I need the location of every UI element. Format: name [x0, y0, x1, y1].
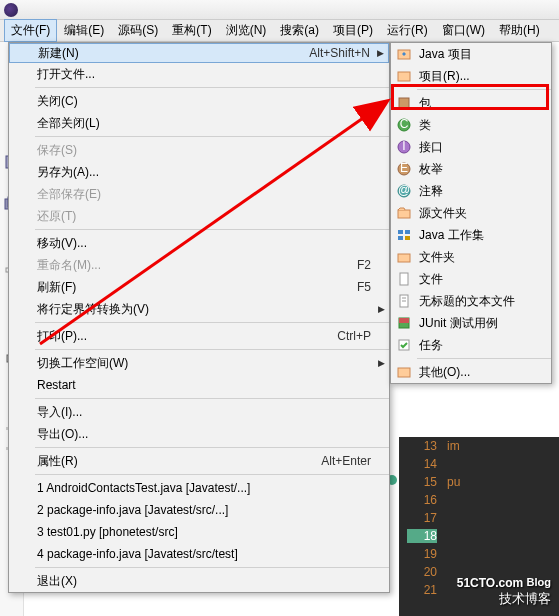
menu-item-switch-workspace[interactable]: 切换工作空间(W)▶ — [9, 352, 389, 374]
submenu-label: 枚举 — [417, 161, 551, 178]
svg-text:I: I — [402, 139, 405, 153]
package-icon — [396, 95, 412, 111]
menu-item-close[interactable]: 关闭(C) — [9, 90, 389, 112]
line-number: 18 — [407, 529, 437, 543]
menu-item-recent-1[interactable]: 1 AndroidContactsTest.java [Javatest/...… — [9, 477, 389, 499]
junit-icon — [396, 315, 412, 331]
submenu-item-other[interactable]: 其他(O)... — [391, 361, 551, 383]
menu-separator — [35, 474, 389, 475]
menu-separator — [35, 136, 389, 137]
submenu-item-enum[interactable]: E 枚举 — [391, 158, 551, 180]
svg-text:C: C — [400, 117, 409, 131]
menu-label: 保存(S) — [35, 142, 389, 159]
working-set-icon — [396, 227, 412, 243]
menu-run[interactable]: 运行(R) — [380, 19, 435, 42]
menu-item-open-file[interactable]: 打开文件... — [9, 63, 389, 85]
enum-icon: E — [396, 161, 412, 177]
menu-item-properties[interactable]: 属性(R)Alt+Enter — [9, 450, 389, 472]
menu-item-recent-4[interactable]: 4 package-info.java [Javatest/src/test] — [9, 543, 389, 565]
menu-item-close-all[interactable]: 全部关闭(L) — [9, 112, 389, 134]
menu-label: 1 AndroidContactsTest.java [Javatest/...… — [35, 481, 389, 495]
menu-label: 另存为(A)... — [35, 164, 389, 181]
svg-rect-24 — [405, 236, 410, 240]
menu-item-rename[interactable]: 重命名(M)...F2 — [9, 254, 389, 276]
menu-label: 打开文件... — [35, 66, 389, 83]
menu-label: 重命名(M)... — [35, 257, 357, 274]
menu-edit[interactable]: 编辑(E) — [57, 19, 111, 42]
menu-label: 4 package-info.java [Javatest/src/test] — [35, 547, 389, 561]
menu-separator — [35, 87, 389, 88]
menu-separator — [35, 567, 389, 568]
svg-rect-20 — [398, 210, 410, 218]
submenu-label: 项目(R)... — [417, 68, 551, 85]
menu-item-save[interactable]: 保存(S) — [9, 139, 389, 161]
menu-item-new[interactable]: 新建(N) Alt+Shift+N ▶ — [9, 43, 389, 63]
menu-file[interactable]: 文件(F) — [4, 19, 57, 42]
watermark-blog: Blog — [527, 576, 551, 588]
menu-window[interactable]: 窗口(W) — [435, 19, 492, 42]
java-project-icon — [396, 46, 412, 62]
submenu-item-working-set[interactable]: Java 工作集 — [391, 224, 551, 246]
submenu-item-java-project[interactable]: Java 项目 — [391, 43, 551, 65]
submenu-item-task[interactable]: 任务 — [391, 334, 551, 356]
submenu-item-annotation[interactable]: @ 注释 — [391, 180, 551, 202]
menu-label: Restart — [35, 378, 389, 392]
menu-navigate[interactable]: 浏览(N) — [219, 19, 274, 42]
menu-item-recent-2[interactable]: 2 package-info.java [Javatest/src/...] — [9, 499, 389, 521]
submenu-label: 类 — [417, 117, 551, 134]
submenu-item-junit[interactable]: JUnit 测试用例 — [391, 312, 551, 334]
menu-label: 导出(O)... — [35, 426, 389, 443]
menu-item-save-as[interactable]: 另存为(A)... — [9, 161, 389, 183]
svg-rect-22 — [405, 230, 410, 234]
text-file-icon — [396, 293, 412, 309]
submenu-item-class[interactable]: C 类 — [391, 114, 551, 136]
svg-rect-23 — [398, 236, 403, 240]
menu-item-revert[interactable]: 还原(T) — [9, 205, 389, 227]
menu-item-save-all[interactable]: 全部保存(E) — [9, 183, 389, 205]
svg-rect-25 — [398, 254, 410, 262]
menu-item-recent-3[interactable]: 3 test01.py [phonetest/src] — [9, 521, 389, 543]
line-number: 13 — [407, 439, 437, 453]
submenu-item-untitled-text[interactable]: 无标题的文本文件 — [391, 290, 551, 312]
submenu-item-source-folder[interactable]: 源文件夹 — [391, 202, 551, 224]
new-submenu: Java 项目 项目(R)... 包 C 类 I 接口 E 枚举 @ 注释 — [390, 42, 552, 384]
menu-label: 退出(X) — [35, 573, 389, 590]
menu-item-convert-delimiters[interactable]: 将行定界符转换为(V)▶ — [9, 298, 389, 320]
submenu-item-project[interactable]: 项目(R)... — [391, 65, 551, 87]
menu-shortcut: Alt+Enter — [321, 454, 389, 468]
menu-project[interactable]: 项目(P) — [326, 19, 380, 42]
submenu-item-package[interactable]: 包 — [391, 92, 551, 114]
menu-item-import[interactable]: 导入(I)... — [9, 401, 389, 423]
submenu-label: 注释 — [417, 183, 551, 200]
menu-item-exit[interactable]: 退出(X) — [9, 570, 389, 592]
submenu-label: Java 项目 — [417, 46, 551, 63]
menu-item-move[interactable]: 移动(V)... — [9, 232, 389, 254]
file-icon — [396, 271, 412, 287]
submenu-item-interface[interactable]: I 接口 — [391, 136, 551, 158]
menu-source[interactable]: 源码(S) — [111, 19, 165, 42]
menu-item-print[interactable]: 打印(P)...Ctrl+P — [9, 325, 389, 347]
interface-icon: I — [396, 139, 412, 155]
submenu-label: 无标题的文本文件 — [417, 293, 551, 310]
menu-item-refresh[interactable]: 刷新(F)F5 — [9, 276, 389, 298]
menu-item-restart[interactable]: Restart — [9, 374, 389, 396]
svg-rect-33 — [398, 368, 410, 377]
menu-refactor[interactable]: 重构(T) — [165, 19, 218, 42]
source-folder-icon — [396, 205, 412, 221]
svg-text:@: @ — [398, 183, 410, 197]
menu-label: 将行定界符转换为(V) — [35, 301, 389, 318]
line-number: 17 — [407, 511, 437, 525]
menu-separator — [35, 447, 389, 448]
menu-help[interactable]: 帮助(H) — [492, 19, 547, 42]
submenu-item-folder[interactable]: 文件夹 — [391, 246, 551, 268]
menu-item-export[interactable]: 导出(O)... — [9, 423, 389, 445]
submenu-label: 任务 — [417, 337, 551, 354]
submenu-item-file[interactable]: 文件 — [391, 268, 551, 290]
menu-shortcut: Ctrl+P — [337, 329, 389, 343]
submenu-label: 文件夹 — [417, 249, 551, 266]
title-bar — [0, 0, 559, 20]
folder-icon — [396, 249, 412, 265]
menu-search[interactable]: 搜索(a) — [273, 19, 326, 42]
work-area: 13im 14 15pu 16 17 18 19 20 21 新建(N) Alt… — [0, 42, 559, 616]
submenu-arrow-icon: ▶ — [377, 48, 384, 58]
